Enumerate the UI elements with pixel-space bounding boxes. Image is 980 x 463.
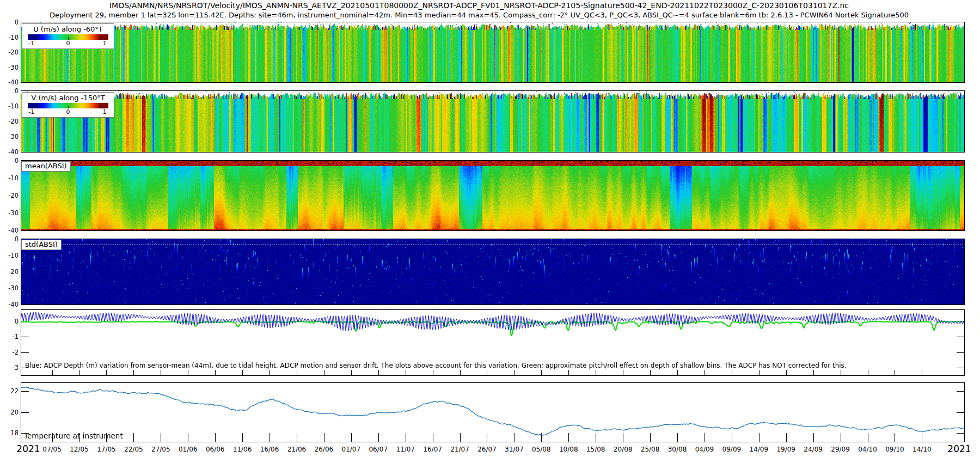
x-tick-label: 19/09 (776, 446, 795, 453)
x-axis-year-right: 2021 (947, 443, 971, 454)
x-tick-label: 21/07 (450, 446, 469, 453)
y-tick-label-mean_absi: -30 (0, 210, 19, 216)
y-tick-label-std_absi: -10 (0, 252, 19, 259)
colorbar-tick-label: -1 (28, 40, 34, 47)
y-tick-label-std_absi: 0 (0, 236, 19, 242)
figure-subtitle-deployment: Deployment 29, member 1 lat=32S lon=115.… (0, 11, 958, 19)
y-tick-label-u: -40 (0, 79, 19, 86)
panel-mean-absi (21, 160, 965, 231)
temperature-lineplot (21, 383, 964, 442)
y-tick-label-mean_absi: 0 (0, 157, 19, 164)
y-tick-label-temp: 18 (0, 430, 19, 436)
x-tick-label: 31/07 (505, 446, 524, 453)
v-colorbar-legend: V (m/s) along -150°T -101 (22, 92, 114, 118)
x-tick-label: 14/09 (749, 446, 768, 453)
x-tick-label: 24/09 (804, 446, 823, 453)
std-absi-heatmap (21, 239, 964, 304)
x-tick-label: 26/07 (477, 446, 497, 453)
y-tick-label-u: -10 (0, 34, 19, 41)
x-tick-label: 15/08 (586, 446, 605, 453)
u-colorbar-ticks: -101 (22, 40, 114, 47)
colorbar-tick-label: -1 (28, 108, 34, 115)
x-tick-label: 05/08 (532, 446, 551, 453)
v-legend-title: V (m/s) along -150°T (22, 93, 114, 102)
y-tick-label-v: -40 (0, 149, 19, 155)
x-tick-label: 16/07 (423, 446, 442, 453)
x-tick-label: 04/09 (695, 446, 714, 453)
x-tick-label: 11/07 (396, 446, 415, 453)
x-tick-label: 09/09 (722, 446, 742, 453)
y-tick-label-depth: -3 (0, 364, 19, 371)
x-tick-label: 30/08 (668, 446, 687, 453)
figure-title-filename: IMOS/ANMN/NRS/NRSROT/Velocity/IMOS_ANMN-… (0, 1, 958, 10)
y-tick-label-std_absi: -30 (0, 285, 19, 291)
y-tick-label-mean_absi: -20 (0, 192, 19, 199)
x-tick-label: 29/09 (831, 446, 850, 453)
x-tick-label: 25/08 (641, 446, 660, 453)
y-tick-label-depth: -1 (0, 333, 19, 340)
v-colorbar-ticks: -101 (22, 108, 114, 115)
u-legend-title: U (m/s) along -60°T (22, 25, 114, 34)
u-velocity-heatmap (21, 22, 964, 82)
y-tick-label-temp: 20 (0, 409, 19, 416)
x-tick-label: 06/07 (369, 446, 388, 453)
x-tick-label: 04/10 (858, 446, 877, 453)
y-tick-label-std_absi: -20 (0, 269, 19, 275)
x-tick-label: 14/10 (912, 446, 932, 453)
x-tick-label: 10/08 (559, 446, 578, 453)
x-tick-label: 11/06 (233, 446, 252, 453)
std-absi-label: std(ABSI) (21, 240, 62, 250)
x-tick-label: 26/06 (315, 446, 334, 453)
x-tick-label: 09/10 (885, 446, 904, 453)
x-tick-label: 20/08 (614, 446, 633, 453)
y-tick-label-u: 0 (0, 19, 19, 26)
y-tick-label-v: -10 (0, 103, 19, 109)
v-colorbar-gradient (28, 103, 108, 108)
y-tick-label-depth: 0 (0, 318, 19, 325)
figure: IMOS/ANMN/NRS/NRSROT/Velocity/IMOS_ANMN-… (0, 0, 980, 463)
mean-absi-label: mean(ABSI) (21, 161, 71, 172)
x-tick-label: 17/05 (97, 446, 116, 453)
y-tick-label-std_absi: -40 (0, 301, 19, 308)
temperature-label: Temperature at instrument (24, 431, 123, 440)
x-tick-label: 07/05 (42, 446, 62, 453)
panel-u-velocity (21, 22, 965, 83)
x-tick-label: 27/05 (151, 446, 170, 453)
x-tick-label: 16/06 (260, 446, 279, 453)
y-tick-label-temp: 22 (0, 388, 19, 394)
x-tick-label: 12/05 (70, 446, 89, 453)
v-velocity-heatmap (21, 91, 964, 152)
x-tick-label: 01/07 (342, 446, 361, 453)
y-tick-label-mean_absi: -10 (0, 175, 19, 181)
colorbar-tick-label: 0 (66, 40, 70, 47)
colorbar-tick-label: 1 (103, 40, 107, 47)
x-tick-label: 01/06 (179, 446, 198, 453)
y-tick-label-v: -20 (0, 118, 19, 125)
y-tick-label-depth: -2 (0, 349, 19, 356)
u-colorbar-gradient (28, 34, 108, 40)
x-tick-label: 21/06 (287, 446, 307, 453)
panel-v-velocity (21, 90, 965, 153)
panel-temperature (21, 382, 965, 442)
y-tick-label-mean_absi: -40 (0, 227, 19, 234)
y-tick-label-u: -30 (0, 64, 19, 71)
y-tick-label-v: -30 (0, 133, 19, 140)
mean-absi-heatmap (21, 161, 964, 230)
y-tick-label-v: 0 (0, 88, 19, 94)
x-tick-label: 06/06 (206, 446, 225, 453)
x-tick-label: 22/05 (124, 446, 143, 453)
colorbar-tick-label: 1 (103, 108, 107, 115)
depth-panel-annotation: Blue: ADCP Depth (m) variation from sens… (25, 362, 847, 369)
colorbar-tick-label: 0 (66, 108, 70, 115)
x-axis-year-left: 2021 (16, 443, 40, 454)
y-tick-label-u: -20 (0, 49, 19, 56)
u-colorbar-legend: U (m/s) along -60°T -101 (22, 23, 114, 49)
panel-std-absi (21, 239, 965, 305)
